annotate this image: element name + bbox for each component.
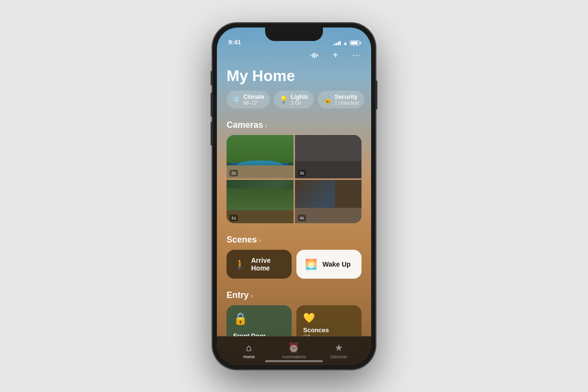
entry-grid: 🔒 Front Door 💛 Sconces Off <box>217 305 371 336</box>
front-door-card[interactable]: 🔒 Front Door <box>227 305 292 336</box>
climate-chip[interactable]: ❄️ Climate 68–72° <box>227 91 270 108</box>
tab-home[interactable]: ⌂ Home <box>227 342 271 359</box>
power-button[interactable] <box>375 81 377 109</box>
status-time: 9:41 <box>228 39 241 46</box>
sconces-icon: 💛 <box>303 312 355 324</box>
lights-icon: 💡 <box>280 95 288 103</box>
scenes-title: Scenes <box>227 235 257 245</box>
climate-sub: 68–72° <box>243 100 264 106</box>
arrive-home-icon: 🚶 <box>234 258 246 270</box>
home-indicator <box>265 360 323 362</box>
cameras-section-header[interactable]: Cameras › <box>217 116 371 135</box>
discover-tab-label: Discover <box>331 354 347 359</box>
automations-tab-label: Automations <box>282 354 306 359</box>
scenes-section-header[interactable]: Scenes › <box>217 231 371 250</box>
notch <box>265 27 323 41</box>
automations-tab-icon: ⏰ <box>288 342 300 353</box>
home-tab-icon: ⌂ <box>246 342 252 353</box>
wake-up-icon: 🌅 <box>304 258 318 270</box>
camera-garden-label: 1s <box>229 215 238 221</box>
wifi-icon: ▲ <box>343 40 348 46</box>
status-icons: ▲ <box>334 40 360 46</box>
phone-screen: 9:41 ▲ <box>217 27 371 365</box>
wake-up-label: Wake Up <box>322 260 351 268</box>
category-chips: ❄️ Climate 68–72° 💡 Lights 3 On <box>217 91 371 116</box>
discover-tab-icon: ★ <box>334 342 343 353</box>
scenes-chevron-icon: › <box>259 236 261 244</box>
arrive-home-scene[interactable]: 🚶 Arrive Home <box>227 250 292 279</box>
wake-up-scene[interactable]: 🌅 Wake Up <box>296 250 361 279</box>
content-scroll[interactable]: My Home ❄️ Climate 68–72° 💡 Lights <box>217 49 371 336</box>
home-tab-label: Home <box>243 354 255 359</box>
camera-room[interactable]: 4s <box>295 180 362 223</box>
battery-icon <box>350 41 360 45</box>
entry-section-header[interactable]: Entry › <box>217 286 371 305</box>
lights-chip[interactable]: 💡 Lights 3 On <box>274 91 314 108</box>
lights-label: Lights <box>291 94 308 100</box>
waveform-icon <box>310 52 318 59</box>
camera-garage[interactable]: 3s <box>295 135 362 178</box>
silent-button[interactable] <box>211 71 213 85</box>
camera-garden[interactable]: 1s <box>227 180 294 223</box>
scenes-row: 🚶 Arrive Home 🌅 Wake Up <box>217 250 371 286</box>
toolbar: + ··· <box>307 49 363 62</box>
entry-chevron-icon: › <box>251 292 253 299</box>
security-chip[interactable]: 🔒 Security 1 Unlocked <box>318 91 364 108</box>
sconces-label: Sconces <box>303 326 355 334</box>
security-icon: 🔒 <box>323 95 332 103</box>
climate-label: Climate <box>243 94 264 100</box>
phone-wrapper: 9:41 ▲ <box>212 23 376 370</box>
camera-room-label: 4s <box>298 215 307 221</box>
camera-pool-label: 2s <box>229 170 238 176</box>
arrive-home-label: Arrive Home <box>251 257 284 272</box>
page-title: My Home <box>217 63 371 91</box>
cameras-title: Cameras <box>227 120 263 130</box>
more-button[interactable]: ··· <box>350 49 363 62</box>
security-sub: 1 Unlocked <box>334 100 359 106</box>
camera-pool[interactable]: 2s <box>227 135 294 178</box>
lights-sub: 3 On <box>291 100 308 106</box>
lock-icon: 🔒 <box>233 312 248 325</box>
phone-frame: 9:41 ▲ <box>212 23 376 370</box>
waveform-button[interactable] <box>307 49 321 62</box>
camera-garage-label: 3s <box>298 170 307 176</box>
entry-title: Entry <box>227 290 249 300</box>
sconces-card[interactable]: 💛 Sconces Off <box>296 305 361 336</box>
security-label: Security <box>334 94 359 100</box>
signal-icon <box>334 41 341 45</box>
camera-grid: 2s 3s <box>227 135 361 223</box>
add-button[interactable]: + <box>329 49 342 62</box>
front-door-label: Front Door <box>233 332 266 336</box>
tab-discover[interactable]: ★ Discover <box>317 342 361 359</box>
volume-up-button[interactable] <box>211 93 213 117</box>
cameras-chevron-icon: › <box>265 122 267 129</box>
tab-automations[interactable]: ⏰ Automations <box>271 342 316 359</box>
climate-icon: ❄️ <box>232 95 241 103</box>
volume-down-button[interactable] <box>211 122 213 146</box>
